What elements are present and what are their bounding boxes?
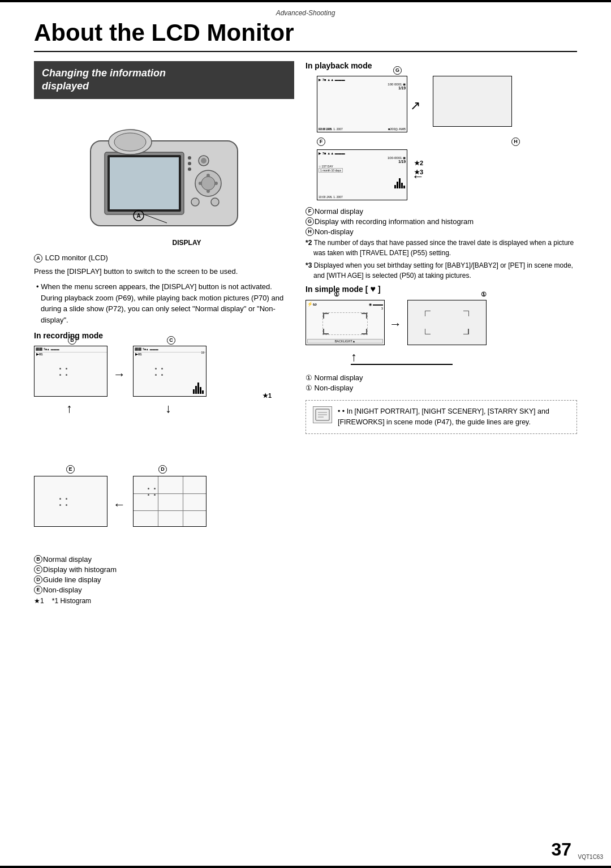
footnote2: *2 The number of days that have passed s… <box>306 238 577 258</box>
left-column: Changing the information displayed <box>34 61 294 608</box>
circle-e-pos: E <box>66 465 75 474</box>
page-number: 37 <box>551 839 571 860</box>
legend-c-icon: C <box>34 565 42 574</box>
legend-f-text: Normal display <box>315 207 363 216</box>
legend-b: B Normal display <box>34 555 294 564</box>
svg-point-9 <box>201 177 215 190</box>
playback-legend: F Normal display G Display with recordin… <box>306 207 577 281</box>
svg-point-13 <box>214 182 218 185</box>
circle-e-icon: E <box>66 465 75 474</box>
bullet-symbol: • <box>36 282 41 291</box>
legend-i-non: ① Non-display <box>306 384 577 392</box>
legend-d-icon: D <box>34 575 42 584</box>
legend-c-text: Display with histogram <box>43 565 117 574</box>
legend-e-text: Non-display <box>43 586 82 594</box>
simple-mode-end: ] <box>378 285 381 294</box>
svg-point-5 <box>114 133 146 151</box>
press-display-text: Press the [DISPLAY] button to switch to … <box>34 266 294 277</box>
arrow-back-left: ← <box>412 169 424 184</box>
footnote1: ★1 *1 Histogram <box>34 596 294 606</box>
screen-e <box>34 476 107 527</box>
footnote1-label: *1 Histogram <box>52 597 91 605</box>
footnote3: *3 Displayed when you set birthday setti… <box>306 260 577 281</box>
playback-mode-title: In playback mode <box>306 61 577 70</box>
legend-i-non-text: ① Non-display <box>306 384 353 392</box>
svg-point-15 <box>211 198 219 206</box>
legend-b-text: Normal display <box>43 555 92 564</box>
legend-d: D Guide line display <box>34 575 294 584</box>
legend-i-normal: ① Normal display <box>306 373 577 382</box>
legend-g: G Display with recording information and… <box>306 217 577 226</box>
arrow-line-back <box>351 364 453 365</box>
circle-b-icon: B <box>68 336 76 345</box>
legend-h-text: Non-display <box>315 227 354 236</box>
circle-d-icon: D <box>158 465 167 474</box>
legend-e-icon: E <box>34 586 42 594</box>
section-banner: Changing the information displayed <box>34 61 294 99</box>
svg-point-16 <box>188 156 191 160</box>
note-icon <box>313 406 332 423</box>
arrow-simple-up: ↑ <box>351 350 357 364</box>
legend-e: E Non-display <box>34 586 294 594</box>
svg-point-10 <box>206 174 210 177</box>
legend-f-icon: F <box>306 207 314 216</box>
arrow-f-right: ↗ <box>410 98 420 113</box>
circle-f-pos: F <box>317 137 326 146</box>
svg-text:A: A <box>136 213 140 219</box>
note-box: • • In [NIGHT PORTRAIT], [NIGHT SCENERY]… <box>306 400 577 434</box>
right-column: In playback mode G ▶ 7■ ▲▲ ▬▬▬ 100 0001 … <box>306 61 577 608</box>
svg-rect-3 <box>110 157 179 209</box>
screen-b: ⬛⬛ 7■▲ ▬▬▬ ▶01 <box>34 346 107 397</box>
note-bullet: • <box>338 407 342 415</box>
legend-h: H Non-display <box>306 227 577 236</box>
note-content: • In [NIGHT PORTRAIT], [NIGHT SCENERY], … <box>338 407 549 426</box>
footnote1-text <box>46 597 48 605</box>
arrow-b-to-c: → <box>113 367 126 382</box>
page-title: About the LCD Monitor <box>0 19 611 46</box>
vqt-code: VQT1C63 <box>578 854 603 860</box>
screen-d <box>133 476 206 527</box>
section-banner-line1: Changing the information <box>42 67 166 79</box>
circle-j-pos: ① <box>481 290 487 298</box>
display-label: DISPLAY <box>173 239 201 247</box>
circle-c-pos: C <box>167 336 176 345</box>
playback-diagram: G ▶ 7■ ▲▲ ▬▬▬ 100 0001 ◉ 1/19 F2.8 1/25 … <box>306 76 526 200</box>
svg-point-14 <box>191 198 199 206</box>
circle-i-pos: ① <box>334 290 339 298</box>
circle-b-pos: B <box>68 336 77 345</box>
legend-g-icon: G <box>306 217 314 226</box>
star1-label: ★1 <box>263 392 272 399</box>
recording-legend: B Normal display C Display with histogra… <box>34 555 294 606</box>
legend-h-icon: H <box>306 227 314 236</box>
simple-diagram: ① ① ⚡ω ◉ ▬▬▬ 3 <box>306 300 520 368</box>
recording-diagram: ⬛⬛ 7■▲ ▬▬▬ ▶01 B <box>34 346 272 549</box>
simple-mode-title: In simple mode [ ♥ ] <box>306 284 577 294</box>
display-label-row: DISPLAY <box>34 239 294 247</box>
legend-d-text: Guide line display <box>43 575 101 584</box>
footnote1-star: ★1 <box>34 597 44 605</box>
svg-point-17 <box>188 162 191 165</box>
screen-h-playback <box>433 76 512 127</box>
circle-g-icon: G <box>393 66 402 75</box>
bullet-content: When the menu screen appears, the [DISPL… <box>41 282 283 324</box>
header-section: Advanced-Shooting <box>0 2 611 17</box>
heart-icon: ♥ <box>370 284 376 294</box>
svg-point-12 <box>199 182 202 185</box>
circle-a-icon: A <box>34 254 42 263</box>
screen-j-simple <box>407 300 487 345</box>
legend-c: C Display with histogram <box>34 565 294 574</box>
screen-f-playback: ▶ 7■ ▲▲ ▬▬▬ 100 0001 ◉ 1/19 F2.8 1/25 ■2… <box>317 76 407 132</box>
star2-label: ★2 <box>414 160 423 167</box>
svg-point-11 <box>206 190 210 193</box>
legend-f: F Normal display <box>306 207 577 216</box>
bullet-text: • When the menu screen appears, the [DIS… <box>34 281 294 325</box>
footnote3-star: *3 <box>306 261 314 269</box>
footnote2-text: The number of days that have passed sinc… <box>313 239 574 257</box>
camera-svg: A <box>74 107 255 231</box>
arrow-c-to-d: ↓ <box>165 401 171 416</box>
legend-g-text: Display with recording information and h… <box>315 217 474 226</box>
page-container: Advanced-Shooting About the LCD Monitor … <box>0 0 611 868</box>
simple-legend: ① Normal display ① Non-display <box>306 373 577 392</box>
arrow-simple-right: → <box>389 317 402 332</box>
advanced-shooting-label: Advanced-Shooting <box>34 9 577 17</box>
